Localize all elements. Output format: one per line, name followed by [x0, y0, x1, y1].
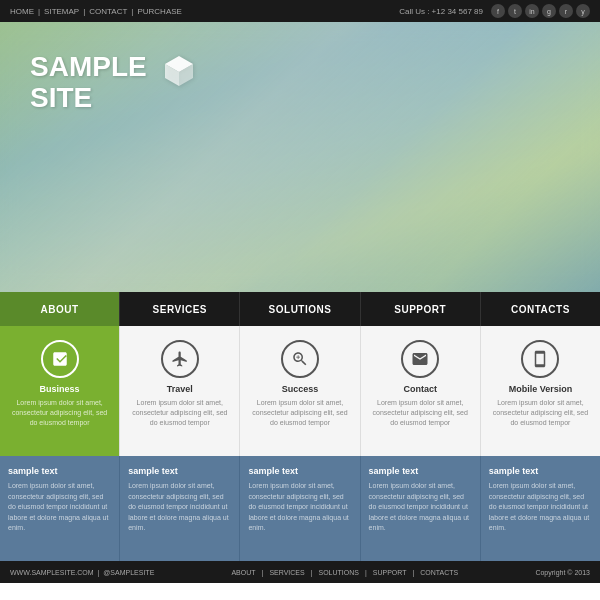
feature-business: Business Lorem ipsum dolor sit amet, con… [0, 326, 120, 456]
feature-title-success: Success [282, 384, 319, 394]
social-icon-rss[interactable]: r [559, 4, 573, 18]
features-row: Business Lorem ipsum dolor sit amet, con… [0, 326, 600, 456]
bottom-card-4: sample text Lorem ipsum dolor sit amet, … [361, 456, 481, 561]
feature-icon-contact [401, 340, 439, 378]
main-nav: ABOUT SERVICES SOLUTIONS SUPPORT CONTACT… [0, 292, 600, 326]
feature-title-travel: Travel [167, 384, 193, 394]
hero-section: SAMPLE SITE [0, 22, 600, 292]
bottom-section: sample text Lorem ipsum dolor sit amet, … [0, 456, 600, 561]
nav-contacts[interactable]: CONTACTS [481, 292, 600, 326]
feature-desc-mobile: Lorem ipsum dolor sit amet, consectetur … [489, 398, 592, 427]
bottom-card-5: sample text Lorem ipsum dolor sit amet, … [481, 456, 600, 561]
bottom-title-2: sample text [128, 466, 231, 476]
footer-website: WWW.SAMPLESITE.COM | @SAMPLESITE [10, 569, 154, 576]
nav-about[interactable]: ABOUT [0, 292, 120, 326]
footer-nav-support[interactable]: SUPPORT [373, 569, 407, 576]
logo-box-icon [161, 54, 197, 92]
footer-copyright: Copyright © 2013 [535, 569, 590, 576]
bottom-text-3: Lorem ipsum dolor sit amet, consectetur … [248, 481, 351, 534]
social-icon-facebook[interactable]: f [491, 4, 505, 18]
feature-success: Success Lorem ipsum dolor sit amet, cons… [240, 326, 360, 456]
bottom-title-4: sample text [369, 466, 472, 476]
feature-icon-mobile [521, 340, 559, 378]
nav-contact[interactable]: CONTACT [89, 7, 127, 16]
hero-content: SAMPLE SITE [30, 52, 197, 114]
footer-nav-solutions[interactable]: SOLUTIONS [318, 569, 358, 576]
bottom-card-2: sample text Lorem ipsum dolor sit amet, … [120, 456, 240, 561]
nav-solutions[interactable]: SOLUTIONS [240, 292, 360, 326]
footer-nav-services[interactable]: SERVICES [269, 569, 304, 576]
site-name: SAMPLE SITE [30, 52, 147, 114]
bottom-card-1: sample text Lorem ipsum dolor sit amet, … [0, 456, 120, 561]
top-bar: HOME | SITEMAP | CONTACT | PURCHASE Call… [0, 0, 600, 22]
feature-icon-success [281, 340, 319, 378]
nav-home[interactable]: HOME [10, 7, 34, 16]
nav-services[interactable]: SERVICES [120, 292, 240, 326]
feature-travel: Travel Lorem ipsum dolor sit amet, conse… [120, 326, 240, 456]
bottom-text-5: Lorem ipsum dolor sit amet, consectetur … [489, 481, 592, 534]
nav-purchase[interactable]: PURCHASE [137, 7, 181, 16]
social-icon-linkedin[interactable]: in [525, 4, 539, 18]
feature-title-contact: Contact [403, 384, 437, 394]
bottom-title-5: sample text [489, 466, 592, 476]
footer: WWW.SAMPLESITE.COM | @SAMPLESITE ABOUT |… [0, 561, 600, 583]
feature-title-business: Business [40, 384, 80, 394]
feature-desc-business: Lorem ipsum dolor sit amet, consectetur … [8, 398, 111, 427]
footer-nav-contacts[interactable]: CONTACTS [420, 569, 458, 576]
social-icon-twitter[interactable]: t [508, 4, 522, 18]
feature-desc-contact: Lorem ipsum dolor sit amet, consectetur … [369, 398, 472, 427]
feature-desc-travel: Lorem ipsum dolor sit amet, consectetur … [128, 398, 231, 427]
call-us-text: Call Us : +12 34 567 89 [399, 7, 483, 16]
bottom-text-4: Lorem ipsum dolor sit amet, consectetur … [369, 481, 472, 534]
feature-contact: Contact Lorem ipsum dolor sit amet, cons… [361, 326, 481, 456]
social-icons: f t in g r y [491, 4, 590, 18]
footer-nav: ABOUT | SERVICES | SOLUTIONS | SUPPORT |… [231, 569, 458, 576]
feature-title-mobile: Mobile Version [509, 384, 573, 394]
bottom-text-2: Lorem ipsum dolor sit amet, consectetur … [128, 481, 231, 534]
bottom-title-3: sample text [248, 466, 351, 476]
social-icon-google[interactable]: g [542, 4, 556, 18]
social-icon-youtube[interactable]: y [576, 4, 590, 18]
bottom-text-1: Lorem ipsum dolor sit amet, consectetur … [8, 481, 111, 534]
feature-icon-travel [161, 340, 199, 378]
feature-mobile: Mobile Version Lorem ipsum dolor sit ame… [481, 326, 600, 456]
nav-support[interactable]: SUPPORT [361, 292, 481, 326]
bottom-title-1: sample text [8, 466, 111, 476]
bottom-card-3: sample text Lorem ipsum dolor sit amet, … [240, 456, 360, 561]
feature-desc-success: Lorem ipsum dolor sit amet, consectetur … [248, 398, 351, 427]
top-nav: HOME | SITEMAP | CONTACT | PURCHASE [10, 7, 182, 16]
feature-icon-business [41, 340, 79, 378]
footer-nav-about[interactable]: ABOUT [231, 569, 255, 576]
nav-sitemap[interactable]: SITEMAP [44, 7, 79, 16]
